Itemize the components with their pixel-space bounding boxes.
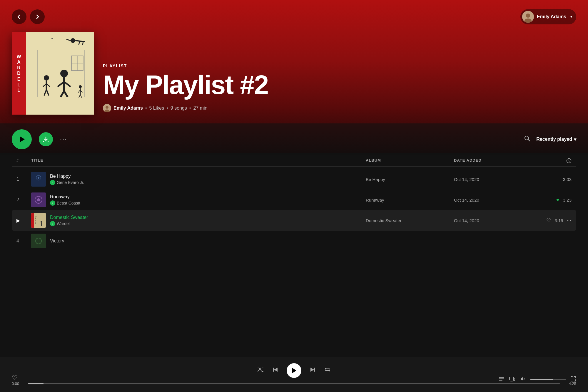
svg-point-26 [71,38,75,43]
downloaded-icon: ↓ [50,200,55,206]
track-artist: ↓ Gene Evaro Jr. [50,180,84,185]
sort-label: Recently played [536,137,572,142]
track-thumbnail: W A R D [31,213,46,228]
svg-point-8 [44,75,49,81]
playlist-meta: Emily Adams • 5 Likes • 9 songs • 27 min [103,104,576,112]
chevron-down-icon: ▾ [570,15,572,19]
track-title-text: Domestic Sweater [50,215,88,220]
table-row[interactable]: 1 Be Happy ↓ Gene Evaro Jr. [12,169,576,190]
user-profile-menu[interactable]: Emily Adams ▾ [520,9,576,24]
previous-button[interactable] [272,366,278,375]
table-row[interactable]: 4 Victory [12,231,576,251]
album-art: W A R D E L L [12,32,94,115]
track-album: Domestic Sweater [366,218,454,223]
svg-line-42 [528,140,530,141]
avatar [522,11,534,23]
devices-button[interactable] [509,376,515,383]
svg-point-51 [37,198,40,201]
more-options-button[interactable]: ··· [60,135,67,143]
search-button[interactable] [524,135,530,143]
playlist-info: PLAYLIST My Playlist #2 Emily Adams • 5 … [103,63,576,115]
volume-button[interactable] [520,376,526,383]
sort-chevron-icon: ▾ [574,137,576,142]
track-number: ▶ [16,218,31,223]
download-button[interactable] [39,132,53,146]
progress-bar[interactable] [28,383,560,384]
track-more-button[interactable]: ··· [567,218,572,223]
svg-point-48 [38,177,39,179]
track-album: Be Happy [366,177,454,182]
svg-rect-65 [314,368,315,372]
track-date: Oct 14, 2020 [454,197,542,202]
track-info: W A R D Domestic Sweater ↓ [31,213,366,228]
playlist-duration: 27 min [193,105,207,111]
svg-text:W: W [35,216,36,218]
col-title: TITLE [31,158,366,163]
svg-text:~: ~ [55,35,57,37]
track-info: Runaway ↓ Beast Coastt [31,192,366,207]
track-album: Runaway [366,197,454,202]
player-center-controls [12,363,576,378]
play-button[interactable] [12,129,32,149]
track-info: Be Happy ↓ Gene Evaro Jr. [31,172,366,187]
playlist-likes: 5 Likes [149,105,164,111]
track-thumbnail [31,192,46,207]
progress-bar-area: 0:00 4:25 [12,381,576,386]
album-spine: W A R D E L L [12,32,26,115]
track-title-text: Runaway [50,194,70,200]
track-artist: ↓ Beast Coastt [50,200,80,206]
track-duration: 3:19 [554,218,563,223]
svg-text:✦: ✦ [51,37,53,40]
track-list: # TITLE ALBUM DATE ADDED 1 [0,155,588,251]
track-title-text: Victory [50,238,64,244]
svg-rect-46 [31,172,46,187]
track-thumbnail [31,172,46,187]
svg-point-1 [526,14,530,18]
like-button[interactable]: ♡ [546,217,551,224]
owner-avatar [103,104,111,112]
sort-dropdown[interactable]: Recently played ▾ [536,137,576,142]
liked-icon: ♥ [556,197,559,203]
forward-button[interactable] [30,9,45,24]
controls-right: Recently played ▾ [524,135,576,143]
player-play-button[interactable] [287,363,301,378]
queue-button[interactable] [499,376,505,383]
playlist-hero: W A R D E L L [0,26,588,123]
svg-text:◦: ◦ [60,37,60,38]
table-row[interactable]: 2 Runaway ↓ Beast Coastt [12,190,576,210]
downloaded-icon: ↓ [50,221,55,226]
controls-bar: ··· Recently played ▾ [0,123,588,155]
table-row[interactable]: ▶ W A R D [12,210,576,231]
nav-arrows [12,9,45,24]
volume-bar[interactable] [530,379,566,380]
playlist-title: My Playlist #2 [103,72,576,98]
player-heart-button[interactable]: ♡ [12,374,18,381]
svg-point-14 [60,70,68,77]
volume-fill [530,379,553,380]
track-duration: 3:23 [563,197,572,202]
controls-left: ··· [12,129,67,149]
svg-marker-63 [274,368,278,372]
track-date: Oct 14, 2020 [454,218,542,223]
fullscreen-button[interactable] [570,376,576,383]
svg-marker-66 [310,368,314,372]
col-num: # [16,158,31,163]
next-button[interactable] [310,366,316,375]
track-number: 2 [16,197,31,202]
bottom-player: ♡ [0,357,588,392]
svg-rect-53 [31,213,34,228]
svg-marker-64 [292,368,296,373]
track-number: 1 [16,177,31,182]
svg-line-45 [569,161,570,161]
repeat-button[interactable] [324,366,331,375]
shuffle-button[interactable] [257,366,264,375]
player-left-controls: ♡ [12,374,18,382]
downloaded-icon: ↓ [50,180,55,185]
track-thumbnail [31,234,46,248]
track-number: 4 [16,238,31,244]
owner-name: Emily Adams [113,105,143,111]
svg-point-38 [106,106,108,109]
back-button[interactable] [12,9,26,24]
progress-fill [28,383,44,384]
svg-marker-40 [20,136,25,142]
